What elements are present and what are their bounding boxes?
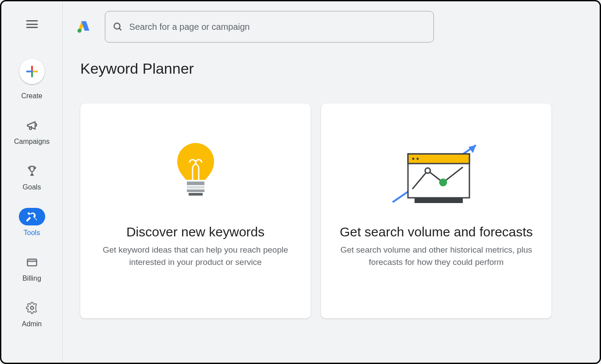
sidebar-item-campaigns[interactable]: Campaigns bbox=[14, 117, 50, 146]
sidebar-item-create[interactable]: Create bbox=[21, 89, 42, 100]
svg-point-9 bbox=[114, 23, 120, 29]
svg-point-7 bbox=[30, 307, 33, 310]
svg-line-10 bbox=[119, 28, 122, 30]
card-search-volume-forecasts[interactable]: Get search volume and forecasts Get sear… bbox=[321, 103, 551, 318]
sidebar-item-billing[interactable]: Billing bbox=[19, 253, 45, 282]
hamburger-icon bbox=[26, 20, 38, 28]
sidebar-item-label: Create bbox=[21, 92, 42, 100]
svg-point-21 bbox=[425, 168, 430, 173]
svg-rect-11 bbox=[187, 182, 204, 185]
svg-rect-3 bbox=[33, 71, 38, 72]
search-icon bbox=[112, 21, 123, 32]
main-area: Keyword Planner Discover new keywords Ge… bbox=[63, 1, 600, 363]
svg-rect-12 bbox=[187, 186, 204, 189]
svg-rect-2 bbox=[26, 71, 31, 72]
card-title: Get search volume and forecasts bbox=[340, 225, 533, 239]
sidebar-item-label: Tools bbox=[24, 229, 40, 237]
svg-point-8 bbox=[78, 29, 82, 33]
tools-icon bbox=[19, 208, 45, 225]
megaphone-icon bbox=[19, 117, 45, 134]
credit-card-icon bbox=[19, 253, 45, 271]
sidebar: Create Campaigns bbox=[1, 1, 63, 363]
lightbulb-icon bbox=[169, 130, 222, 218]
card-title: Discover new keywords bbox=[126, 225, 265, 239]
svg-rect-23 bbox=[415, 198, 463, 203]
svg-rect-5 bbox=[27, 259, 36, 266]
sidebar-item-label: Goals bbox=[23, 183, 41, 191]
top-bar bbox=[63, 1, 600, 43]
card-description: Get search volume and other historical m… bbox=[339, 244, 534, 268]
search-box[interactable] bbox=[105, 11, 434, 43]
card-description: Get keyword ideas that can help you reac… bbox=[98, 244, 293, 268]
svg-point-19 bbox=[412, 158, 414, 160]
sidebar-item-label: Campaigns bbox=[14, 138, 50, 146]
svg-rect-1 bbox=[31, 72, 33, 77]
svg-point-20 bbox=[416, 158, 419, 160]
search-input[interactable] bbox=[129, 22, 426, 32]
sidebar-item-tools[interactable]: Tools bbox=[19, 208, 45, 237]
sidebar-item-label: Admin bbox=[22, 320, 42, 328]
sidebar-item-goals[interactable]: Goals bbox=[19, 162, 45, 191]
trophy-icon bbox=[19, 162, 45, 180]
chart-arrow-icon bbox=[386, 130, 487, 218]
create-button[interactable] bbox=[19, 59, 45, 84]
sidebar-item-admin[interactable]: Admin bbox=[19, 299, 45, 328]
svg-rect-4 bbox=[31, 71, 33, 72]
svg-point-22 bbox=[439, 178, 447, 186]
svg-rect-14 bbox=[189, 193, 203, 196]
plus-icon bbox=[25, 65, 39, 78]
cards-row: Discover new keywords Get keyword ideas … bbox=[63, 77, 600, 318]
card-discover-keywords[interactable]: Discover new keywords Get keyword ideas … bbox=[80, 103, 311, 318]
page-title: Keyword Planner bbox=[63, 43, 600, 77]
sidebar-item-label: Billing bbox=[22, 275, 41, 282]
hamburger-menu-button[interactable] bbox=[21, 14, 43, 35]
svg-rect-13 bbox=[187, 189, 204, 192]
gear-icon bbox=[19, 299, 45, 317]
svg-rect-0 bbox=[31, 66, 33, 71]
google-ads-logo-icon bbox=[76, 19, 92, 35]
